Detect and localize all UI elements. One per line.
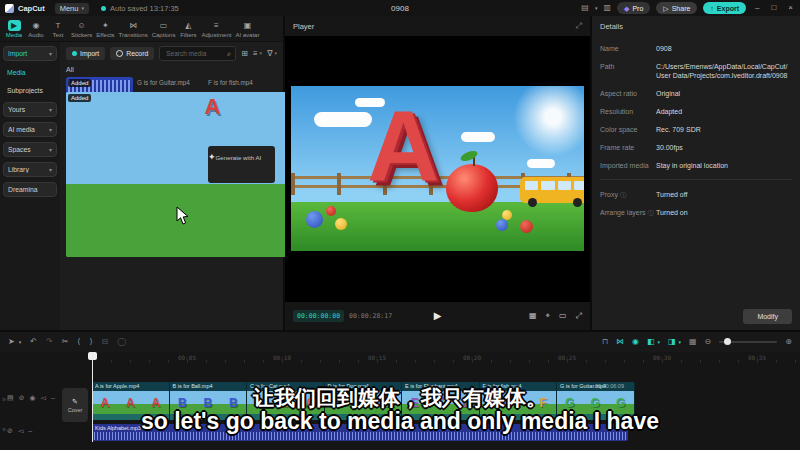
ball-blue [306,211,323,228]
zoom-out-icon[interactable]: ⊖ [705,338,712,346]
detail-row-aspect-ratio: Aspect ratioOriginal [600,89,792,98]
chevron-down-icon: ▾ [81,6,84,11]
tab-effects[interactable]: ✦Effects [96,20,114,38]
media-item-a-is-for-apple-mp4[interactable]: AAddedA is for Apple.mp4 [137,146,204,183]
added-badge: Added [68,94,91,102]
tab-adjustment[interactable]: ≡Adjustment [201,20,231,38]
subtitle-line-english: so let's go back to media and only media… [0,408,800,435]
sidebar-item-import[interactable]: Import▾ [3,46,57,61]
transitions-icon: ⋈ [127,20,140,31]
grid-view-icon[interactable]: ⊞ [241,50,248,58]
share-button[interactable]: ▷ Share [656,2,697,14]
ruler-label: 00:25 [558,354,576,361]
sidebar-item-library[interactable]: Library▾ [3,162,57,177]
share-icon: ▷ [663,5,668,12]
undo-icon[interactable]: ↶ [30,338,37,346]
detail-row-name: Name0908 [600,44,792,53]
mirror-icon[interactable]: ◯ [117,338,126,346]
panel-layout-icon[interactable]: ▥ [603,4,611,12]
record-button[interactable]: Record [110,47,154,60]
chevron-down-icon[interactable]: ▾ [19,340,22,345]
pro-button[interactable]: ◆ Pro [617,2,650,14]
media-content: Import Record ⌕ ⊞ ≡▾ ∇▾ All AddedKids Al… [60,42,283,330]
maximize-button[interactable]: □ [768,4,779,12]
tab-media[interactable]: ▶Media [5,20,23,38]
fullscreen-icon[interactable]: ⤢ [576,312,582,320]
school-bus [520,177,584,203]
modify-button[interactable]: Modify [743,309,792,324]
media-section-label: All [60,63,283,77]
export-up-icon: ↑ [710,5,714,12]
menu-button[interactable]: Menu ▾ [55,3,89,14]
generate-with-ai-tile[interactable]: ✦Generate with AI [208,146,275,183]
stickers-icon: ☺ [75,20,88,31]
delete-icon[interactable]: ⊟ [102,338,109,346]
expand-player-icon[interactable]: ⤢ [576,22,582,30]
search-icon: ⌕ [227,50,231,57]
tab-filters[interactable]: ◭Filters [179,20,197,38]
fit-canvas-icon[interactable]: ⌖ [546,312,551,320]
tab-transitions[interactable]: ⋈Transitions [119,20,148,38]
filter-icon[interactable]: ∇ [267,50,272,58]
ai-avatar-icon: ▣ [241,20,254,31]
sidebar-item-yours[interactable]: Yours▾ [3,102,57,117]
search-box[interactable]: ⌕ [159,46,236,61]
app-name: CapCut [18,4,45,13]
timeline-ruler[interactable]: 00:0500:1000:1500:2000:2500:3000:35 [0,352,800,364]
ratio-icon[interactable]: ▦ [529,312,537,320]
adjustment-icon: ≡ [210,20,223,31]
zoom-in-icon[interactable]: ⊕ [785,338,792,346]
close-button[interactable]: × [785,4,796,12]
timeline-zoom-slider[interactable] [719,341,777,343]
chevron-down-icon: ▾ [274,51,277,56]
import-button[interactable]: Import [66,47,105,60]
player-canvas[interactable]: A [285,36,590,302]
zoom-slider-handle[interactable] [724,338,731,345]
delete-right-icon[interactable]: ⟩ [89,338,92,346]
media-item-generate-with-ai[interactable]: ✦Generate with AI [208,146,275,183]
audio-mode-icon[interactable]: ◨ [668,338,676,346]
preview-quality-icon[interactable]: ▭ [559,312,567,320]
media-sidebar: Import▾MediaSubprojectsYours▾AI media▾Sp… [0,42,60,330]
detail-row-frame-rate: Frame rate30.00fps [600,143,792,152]
minimize-button[interactable]: – [752,4,762,12]
export-button[interactable]: ↑ Export [703,2,746,14]
detail-row-imported-media: Imported mediaStay in original location [600,161,792,170]
snapping-icon[interactable]: ⋈ [616,338,624,346]
sort-icon[interactable]: ≡ [253,50,258,58]
chevron-down-icon[interactable]: ▾ [595,6,598,11]
details-toggles: ProxyⓘTurned offArrange layersⓘTurned on [592,190,800,217]
media-panel: Import▾MediaSubprojectsYours▾AI media▾Sp… [0,42,283,330]
search-input[interactable] [164,49,224,58]
sun-glare [508,86,584,162]
sidebar-item-subprojects[interactable]: Subprojects [3,84,57,97]
chevron-down-icon: ▾ [49,147,52,153]
sidebar-item-dreamina[interactable]: Dreamina [3,182,57,197]
layout-toggle-icon[interactable]: ▤ [581,4,589,12]
link-clips-icon[interactable]: ◉ [632,338,639,346]
tab-text[interactable]: TText [49,20,67,38]
delete-left-icon[interactable]: ⟨ [77,338,80,346]
added-badge: Added [68,79,91,87]
play-button[interactable]: ▶ [434,311,442,321]
sidebar-item-media[interactable]: Media [3,66,57,79]
tab-stickers[interactable]: ☺Stickers [71,20,92,38]
cloud [314,112,372,127]
magnet-off-icon[interactable]: ⊓ [602,338,608,346]
ball-red [520,220,533,233]
sidebar-item-ai-media[interactable]: AI media▾ [3,122,57,137]
ruler-label: 00:30 [653,354,671,361]
current-timecode: 00:00:00:00 [293,310,344,322]
ruler-label: 00:05 [178,354,196,361]
tab-audio[interactable]: ◉Audio [27,20,45,38]
sidebar-item-spaces[interactable]: Spaces▾ [3,142,57,157]
preview-mode-icon[interactable]: ◧ [647,338,655,346]
preview-axis-icon[interactable]: ▦ [689,338,697,346]
chevron-down-icon: ▾ [679,340,682,345]
tab-ai-avatar[interactable]: ▣AI avatar [235,20,259,38]
detail-row-resolution: ResolutionAdapted [600,107,792,116]
select-tool-icon[interactable]: ➤ [8,338,15,346]
tab-captions[interactable]: ▭Captions [152,20,176,38]
split-icon[interactable]: ✂ [62,338,69,346]
redo-icon[interactable]: ↷ [46,338,53,346]
